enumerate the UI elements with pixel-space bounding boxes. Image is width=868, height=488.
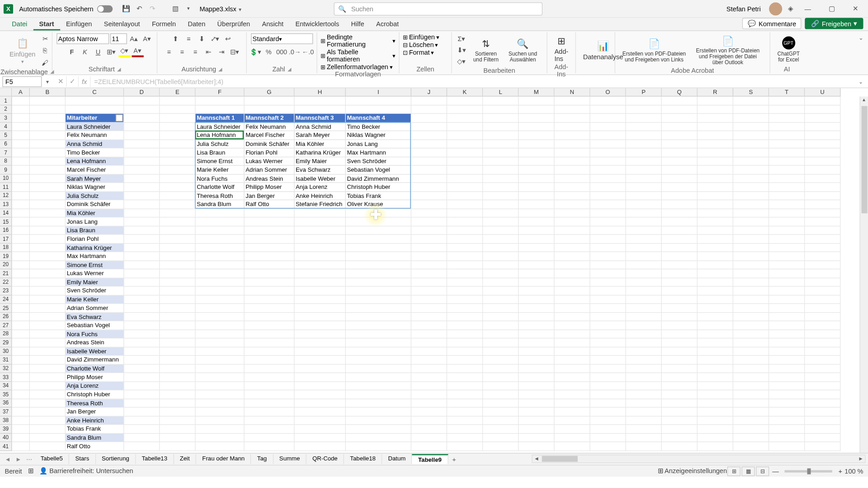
- cell[interactable]: Max Hartmann: [346, 148, 411, 157]
- column-header[interactable]: U: [805, 88, 840, 96]
- cell[interactable]: Marcel Fischer: [66, 166, 124, 174]
- column-header[interactable]: H: [294, 88, 345, 96]
- cell[interactable]: Adrian Sommer: [66, 304, 124, 313]
- row-header[interactable]: 19: [0, 252, 12, 261]
- cell[interactable]: Anke Heinrich: [66, 416, 124, 425]
- comma-icon[interactable]: 000: [276, 47, 288, 57]
- maximize-button[interactable]: ▢: [823, 3, 841, 14]
- column-header[interactable]: Q: [662, 88, 698, 96]
- row-header[interactable]: 9: [0, 166, 12, 174]
- column-header[interactable]: C: [66, 88, 124, 96]
- row-header[interactable]: 40: [0, 433, 12, 442]
- cell[interactable]: Christoph Huber: [346, 183, 411, 192]
- sheet-tab[interactable]: Zeit: [174, 454, 196, 464]
- cell[interactable]: Christoph Huber: [66, 390, 124, 399]
- cell[interactable]: Marie Keller: [66, 295, 124, 304]
- row-header[interactable]: 14: [0, 209, 12, 217]
- row-header[interactable]: 18: [0, 244, 12, 252]
- cell[interactable]: Tobias Frank: [66, 425, 124, 433]
- enter-formula-icon[interactable]: ✓: [67, 76, 79, 87]
- cell[interactable]: Philipp Moser: [66, 373, 124, 382]
- cell[interactable]: Lena Hofmann: [66, 157, 124, 165]
- row-header[interactable]: 34: [0, 382, 12, 390]
- merge-icon[interactable]: ⊟▾: [229, 47, 241, 57]
- border-button[interactable]: ⊞▾: [105, 47, 117, 57]
- autosave-toggle[interactable]: [97, 5, 113, 12]
- row-header[interactable]: 22: [0, 278, 12, 286]
- cell[interactable]: Anke Heinrich: [294, 192, 345, 200]
- add-sheet-button[interactable]: +: [448, 455, 460, 463]
- column-header[interactable]: O: [590, 88, 626, 96]
- accessibility-status[interactable]: 👤 Barrierefreiheit: Untersuchen: [39, 467, 133, 475]
- row-header[interactable]: 3: [0, 114, 12, 122]
- font-color-button[interactable]: A▾: [132, 47, 143, 57]
- redo-icon[interactable]: ↷: [147, 3, 158, 14]
- save-icon[interactable]: 💾: [121, 3, 132, 14]
- cell[interactable]: Max Hartmann: [66, 252, 124, 261]
- cell[interactable]: Marie Keller: [196, 166, 245, 174]
- row-header[interactable]: 13: [0, 200, 12, 209]
- document-title[interactable]: Mappe3.xlsx▾: [199, 5, 241, 13]
- conditional-formatting-button[interactable]: ⊞ Bedingte Formatierung ▾: [321, 33, 395, 48]
- cell[interactable]: Andreas Stein: [66, 338, 124, 347]
- menu-tab-einfügen[interactable]: Einfügen: [60, 19, 98, 30]
- cell[interactable]: Eva Schwarz: [66, 313, 124, 321]
- cell[interactable]: Felix Neumann: [66, 131, 124, 140]
- create-pdf-outlook-button[interactable]: 📄Erstellen von PDF-Dateien und Freigeben…: [689, 33, 766, 67]
- row-header[interactable]: 10: [0, 174, 12, 183]
- wrap-text-icon[interactable]: ↩: [222, 33, 234, 44]
- zoom-out-button[interactable]: —: [772, 468, 779, 475]
- cell[interactable]: Dominik Schäfer: [245, 140, 295, 148]
- sheet-tab[interactable]: Tabelle5: [34, 454, 69, 464]
- fill-icon[interactable]: ⬇▾: [455, 45, 467, 56]
- sheet-tab[interactable]: Tabelle18: [344, 454, 382, 464]
- zoom-slider[interactable]: [785, 470, 832, 472]
- increase-indent-icon[interactable]: ⇥: [216, 47, 227, 57]
- qat-dropdown-icon[interactable]: ▾: [183, 3, 193, 14]
- format-as-table-button[interactable]: ⊞ Als Tabelle formatieren ▾: [321, 48, 395, 63]
- increase-font-icon[interactable]: A▴: [128, 33, 140, 44]
- row-header[interactable]: 17: [0, 235, 12, 244]
- cell[interactable]: Niklas Wagner: [66, 183, 124, 192]
- menu-tab-daten[interactable]: Daten: [182, 19, 211, 30]
- row-header[interactable]: 7: [0, 148, 12, 157]
- fill-color-button[interactable]: ◇▾: [118, 47, 130, 57]
- column-header[interactable]: S: [733, 88, 769, 96]
- delete-cells-button[interactable]: ⊟ Löschen ▾: [403, 41, 438, 48]
- align-right-icon[interactable]: ≡: [189, 47, 201, 57]
- cell[interactable]: Sebastian Vogel: [66, 321, 124, 330]
- display-settings[interactable]: ⊞ Anzeigeeinstellungen: [658, 467, 727, 475]
- cell[interactable]: Mitarbeiter▾: [66, 114, 124, 122]
- cell[interactable]: Lukas Werner: [66, 269, 124, 278]
- sheet-tab[interactable]: Tabelle13: [136, 454, 174, 464]
- cell[interactable]: Florian Pohl: [245, 148, 295, 157]
- copy-icon[interactable]: ⎘: [39, 45, 51, 56]
- cell[interactable]: Jan Berger: [66, 408, 124, 416]
- column-header[interactable]: A: [12, 88, 30, 96]
- collapse-ribbon-icon[interactable]: ⌄: [856, 32, 866, 73]
- cell[interactable]: Theresa Roth: [196, 192, 245, 200]
- sheet-nav-more[interactable]: ⋯: [24, 456, 35, 463]
- column-header[interactable]: K: [447, 88, 483, 96]
- align-middle-icon[interactable]: ≡: [183, 33, 194, 44]
- row-header[interactable]: 29: [0, 338, 12, 347]
- menu-tab-überprüfen[interactable]: Überprüfen: [211, 19, 256, 30]
- column-header[interactable]: G: [245, 88, 295, 96]
- cell[interactable]: Lukas Werner: [245, 157, 295, 165]
- column-header[interactable]: P: [626, 88, 662, 96]
- column-header[interactable]: L: [483, 88, 519, 96]
- cell[interactable]: Niklas Wagner: [346, 131, 411, 140]
- decrease-indent-icon[interactable]: ⇤: [203, 47, 214, 57]
- cell[interactable]: Sarah Meyer: [294, 131, 345, 140]
- cell[interactable]: Laura Schneider: [66, 122, 124, 131]
- column-header[interactable]: J: [411, 88, 447, 96]
- row-header[interactable]: 5: [0, 131, 12, 140]
- cell[interactable]: Jonas Lang: [66, 217, 124, 226]
- cell[interactable]: Timo Becker: [66, 148, 124, 157]
- spreadsheet-grid[interactable]: ABCDEFGHIJKLMNOPQRSTU 123456789101112131…: [0, 88, 868, 453]
- sheet-tab[interactable]: Datum: [382, 454, 412, 464]
- row-header[interactable]: 35: [0, 390, 12, 399]
- cell[interactable]: Isabelle Weber: [294, 174, 345, 183]
- underline-button[interactable]: U: [92, 47, 104, 57]
- number-format-combo[interactable]: Standard ▾: [251, 33, 313, 44]
